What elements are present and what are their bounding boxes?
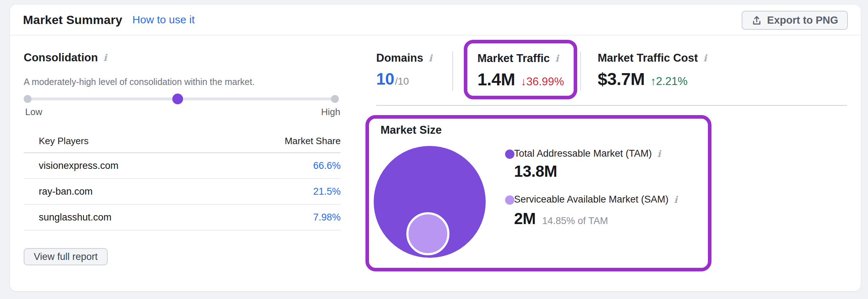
horizontal-divider xyxy=(376,105,847,106)
sam-legend-row: Serviceable Available Market (SAM) i xyxy=(514,194,677,205)
info-icon[interactable]: i xyxy=(555,53,559,64)
info-icon[interactable]: i xyxy=(674,194,677,205)
key-players-table: Key Players Market Share visionexpress.c… xyxy=(24,131,341,231)
market-traffic-cost-value: $3.7M xyxy=(598,69,645,89)
change-percent: 36.99% xyxy=(526,75,564,88)
market-traffic-change: ↓36.99% xyxy=(521,75,564,88)
market-share-value[interactable]: 66.6% xyxy=(313,160,341,171)
consolidation-description: A moderately-high level of consolidation… xyxy=(24,77,255,87)
table-row: visionexpress.com 66.6% xyxy=(24,153,341,179)
market-summary-card: Market Summary How to use it Export to P… xyxy=(10,5,861,291)
consolidation-heading: Consolidation i xyxy=(24,51,107,64)
how-to-use-link[interactable]: How to use it xyxy=(132,14,195,26)
view-full-report-button[interactable]: View full report xyxy=(24,248,108,265)
upload-icon xyxy=(751,15,762,26)
tam-value: 13.8M xyxy=(514,162,557,180)
domains-label: Domains xyxy=(376,52,423,65)
market-traffic-label: Market Traffic xyxy=(477,52,550,65)
sam-label: Serviceable Available Market (SAM) xyxy=(514,194,668,205)
slider-thumb[interactable] xyxy=(172,94,183,104)
market-traffic-value: 1.4M xyxy=(477,70,515,89)
sam-percent-note: 14.85% of TAM xyxy=(542,215,608,227)
table-row: ray-ban.com 21.5% xyxy=(24,179,341,205)
export-to-png-button[interactable]: Export to PNG xyxy=(742,11,848,30)
market-traffic-highlight-box: Market Traffic i 1.4M ↓36.99% xyxy=(464,40,577,99)
info-icon[interactable]: i xyxy=(657,148,661,159)
slider-low-label: Low xyxy=(25,106,42,118)
stat-divider xyxy=(452,51,453,91)
sam-bubble xyxy=(406,212,449,255)
tam-label: Total Addressable Market (TAM) xyxy=(514,148,652,159)
down-arrow-icon: ↓ xyxy=(521,75,527,88)
market-share-value[interactable]: 21.5% xyxy=(313,186,341,197)
consolidation-slider[interactable] xyxy=(28,92,335,106)
page-title: Market Summary xyxy=(23,13,122,27)
sam-value-row: 2M 14.85% of TAM xyxy=(514,210,608,228)
info-icon[interactable]: i xyxy=(703,53,707,63)
col-market-share: Market Share xyxy=(285,136,341,147)
tam-legend-dot xyxy=(505,150,514,159)
up-arrow-icon: ↑ xyxy=(650,75,656,87)
col-key-players: Key Players xyxy=(39,136,89,147)
table-row: sunglasshut.com 7.98% xyxy=(24,205,341,231)
sam-legend-dot xyxy=(505,195,514,205)
domains-stat: Domains i 10 /10 xyxy=(376,52,432,89)
domains-value: 10 xyxy=(376,69,394,89)
market-traffic-cost-change: ↑2.21% xyxy=(650,75,687,88)
tam-value-row: 13.8M xyxy=(514,162,557,180)
domains-total: /10 xyxy=(395,76,409,87)
slider-high-label: High xyxy=(321,106,340,118)
tam-legend-row: Total Addressable Market (TAM) i xyxy=(514,148,661,159)
stat-divider xyxy=(580,51,581,91)
player-domain: visionexpress.com xyxy=(39,160,118,171)
change-percent: 2.21% xyxy=(656,75,687,87)
info-icon[interactable]: i xyxy=(429,53,432,63)
market-size-highlight-box: Market Size Total Addressable Market (TA… xyxy=(365,115,711,271)
slider-labels: Low High xyxy=(25,106,340,118)
market-traffic-cost-stat: Market Traffic Cost i $3.7M ↑2.21% xyxy=(598,52,707,89)
market-traffic-cost-label: Market Traffic Cost xyxy=(598,52,698,65)
player-domain: ray-ban.com xyxy=(39,186,93,197)
consolidation-title: Consolidation xyxy=(24,51,98,64)
market-size-title: Market Size xyxy=(381,124,442,137)
sam-value: 2M xyxy=(514,210,536,228)
table-header-row: Key Players Market Share xyxy=(24,131,341,153)
export-button-label: Export to PNG xyxy=(767,14,838,26)
slider-high-endpoint xyxy=(331,95,339,103)
slider-low-endpoint xyxy=(24,95,32,103)
card-header: Market Summary How to use it Export to P… xyxy=(10,5,861,35)
info-icon[interactable]: i xyxy=(103,52,107,63)
player-domain: sunglasshut.com xyxy=(39,212,112,223)
market-share-value[interactable]: 7.98% xyxy=(313,212,341,223)
